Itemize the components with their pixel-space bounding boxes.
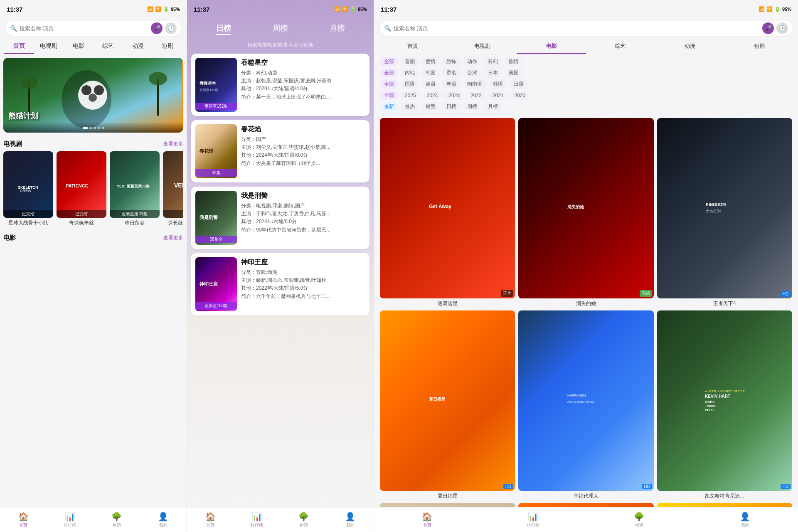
filter-lang-min[interactable]: 闽南语 (463, 79, 486, 89)
filter-lang-cantonese[interactable]: 粤语 (442, 79, 461, 89)
filter-region-us[interactable]: 美国 (505, 68, 523, 78)
filter-region-all[interactable]: 全部 (380, 68, 398, 78)
drama-section-more[interactable]: 查看更多 (163, 140, 183, 148)
signal-icon: 📶 (147, 6, 153, 12)
svg-text:YES! 更新至第03集: YES! 更新至第03集 (117, 184, 150, 188)
voice-search-btn[interactable]: 🎤 (151, 22, 163, 34)
bottom-nav-home-right[interactable]: 🏠 首页 (374, 510, 480, 530)
tab-home-left[interactable]: 首页 (4, 39, 34, 54)
profile-icon-m: 👤 (345, 512, 355, 522)
tab-drama-right[interactable]: 电视剧 (448, 39, 517, 54)
filter-sort-liked[interactable]: 最赞 (421, 102, 440, 111)
rank-tab-monthly[interactable]: 月榜 (330, 23, 345, 35)
bottom-nav-home-middle[interactable]: 🏠 首页 (187, 510, 234, 530)
filter-lang-mandarin[interactable]: 国语 (401, 79, 419, 89)
filter-region-korea[interactable]: 韩国 (421, 68, 440, 78)
drama-card-3[interactable]: YES! 更新至第03集 更新至第03集 昨日良妻 (110, 151, 160, 227)
bottom-nav-profile-right[interactable]: 👤 我的 (692, 510, 798, 530)
bottom-nav-profile-left[interactable]: 👤 我的 (140, 510, 187, 530)
movie-card-2[interactable]: 消失的她 完结 消失的她 (518, 118, 653, 307)
rank-item-3[interactable]: 我是刑警 58集全 我是刑警 分类：电视剧,罪案,剧情,国产 主演：于和伟,富大… (191, 187, 369, 249)
drama-card-1[interactable]: SKELETONCREW 已完结 星球大战骨干小队 (3, 151, 53, 227)
filter-row-year: 全部 2025 2024 2023 2022 2021 2020 (380, 91, 792, 100)
movie-card-9[interactable]: ⭐ (657, 503, 792, 507)
bottom-nav-ranking-left[interactable]: 📊 排行榜 (47, 510, 93, 530)
tab-short-right[interactable]: 短剧 (724, 39, 794, 54)
filter-genre-romance[interactable]: 爱情 (421, 57, 440, 66)
movie-card-5[interactable]: HAPPINESSArun & Documentary HD 幸福代理人 (518, 310, 653, 500)
filter-region-mainland[interactable]: 内地 (401, 68, 419, 78)
movie-card-8[interactable]: 大洋迫鱼记 Tuna Hunter 大洋迫鱼记 (518, 503, 653, 507)
movie-card-6[interactable]: A NETFLIX COMEDY SPECIAL KEVIN HART MARK… (657, 310, 792, 500)
filter-sort-newest[interactable]: 最新 (380, 102, 398, 111)
tab-variety-right[interactable]: 综艺 (586, 39, 655, 54)
rank-tab-daily[interactable]: 日榜 (216, 23, 231, 35)
filter-genre-scifi[interactable]: 科幻 (484, 57, 502, 66)
tab-movie-right[interactable]: 电影 (517, 39, 586, 54)
rank-item-4[interactable]: 神印王座 更新至153集 神印王座 分类：冒险,动漫 主演：藤新,闻么么,常蓉珊… (191, 253, 369, 315)
bottom-nav-tree-left[interactable]: 🌳 树洞 (94, 510, 140, 530)
filter-genre-horror[interactable]: 恐怖 (442, 57, 461, 66)
bottom-nav-ranking-right[interactable]: 📊 排行榜 (480, 510, 586, 530)
tab-drama-left[interactable]: 电视剧 (34, 39, 64, 54)
filter-lang-japanese[interactable]: 日语 (510, 79, 528, 89)
rank-other-2: 其他：2024年/大陆/国语/0.0分 (241, 151, 365, 159)
filter-sort-monthly[interactable]: 月榜 (484, 102, 502, 111)
movie-card-4[interactable]: 夏日福星 HD 夏日福星 (380, 310, 515, 500)
filter-sort-daily[interactable]: 日榜 (442, 102, 461, 111)
filter-sort-weekly[interactable]: 周榜 (463, 102, 481, 111)
rank-item-1[interactable]: 吞噬星空 更新至152集 更新至152集 吞噬星空 分类：科幻,动漫 主演：赵乾… (191, 54, 369, 116)
filter-year-2025[interactable]: 2025 (401, 91, 420, 100)
drama-card-4[interactable]: VERA 全2集 探长薇拉第十四季 (163, 151, 183, 227)
filter-genre-comedy[interactable]: 喜剧 (401, 57, 419, 66)
filter-lang-english[interactable]: 英语 (421, 79, 440, 89)
voice-search-btn-r[interactable]: 🎤 (762, 22, 774, 34)
tab-home-right[interactable]: 首页 (378, 39, 448, 54)
bottom-nav-ranking-middle[interactable]: 📊 排行榜 (234, 510, 280, 530)
bottom-nav-tree-middle[interactable]: 🌳 树洞 (281, 510, 327, 530)
filter-region-hk[interactable]: 香港 (442, 68, 461, 78)
tree-icon-m: 🌳 (298, 512, 309, 522)
tab-movie-left[interactable]: 电影 (64, 39, 94, 54)
filter-year-2022[interactable]: 2022 (466, 91, 486, 100)
filter-sort-hot[interactable]: 最热 (401, 102, 419, 111)
movie-card-1[interactable]: Get Away 正片 逃离这里 (380, 118, 515, 307)
movie-card-7[interactable]: 古典风景 (380, 503, 515, 507)
filter-region-japan[interactable]: 日本 (484, 68, 502, 78)
filter-genre-drama[interactable]: 剧情 (505, 57, 523, 66)
history-btn-r[interactable]: 🕐 (776, 22, 788, 34)
movie-thumb-6: A NETFLIX COMEDY SPECIAL KEVIN HART MARK… (657, 310, 792, 491)
bottom-nav-tree-right[interactable]: 🌳 树洞 (586, 510, 692, 530)
hero-banner[interactable]: 熊猫计划 (3, 58, 183, 133)
filter-year-2021[interactable]: 2021 (488, 91, 508, 100)
search-bar-right[interactable]: 🔍 🎤 🕐 (380, 21, 792, 36)
filter-year-all[interactable]: 全部 (380, 91, 398, 100)
filter-year-2024[interactable]: 2024 (423, 91, 442, 100)
filter-lang-all[interactable]: 全部 (380, 79, 398, 89)
tab-anime-right[interactable]: 动漫 (655, 39, 725, 54)
movie-section-title: 电影 (3, 234, 16, 242)
tab-anime-left[interactable]: 动漫 (123, 39, 153, 54)
filter-year-2023[interactable]: 2023 (444, 91, 464, 100)
filter-year-2020[interactable]: 2020 (510, 91, 530, 100)
movie-card-3[interactable]: KINGDOM大名行列 HD 王者天下4 (657, 118, 792, 307)
tab-short-left[interactable]: 短剧 (153, 39, 183, 54)
drama-card-2[interactable]: PATIENCE 已完结 奇探佩辛丝 (57, 151, 106, 227)
search-bar-left[interactable]: 🔍 🎤 🕐 (6, 21, 181, 36)
filter-genre-action[interactable]: 动作 (463, 57, 481, 66)
filter-region-taiwan[interactable]: 台湾 (463, 68, 481, 78)
history-btn[interactable]: 🕐 (165, 22, 177, 34)
movie-section-more[interactable]: 查看更多 (163, 234, 183, 241)
ranking-icon-r: 📊 (528, 512, 538, 522)
time-middle: 11:37 (194, 6, 209, 13)
rank-tab-weekly[interactable]: 周榜 (273, 23, 288, 35)
filter-lang-korean[interactable]: 韩语 (489, 79, 507, 89)
bottom-nav-home-left[interactable]: 🏠 首页 (0, 510, 47, 530)
filter-genre-all[interactable]: 全部 (380, 57, 398, 66)
search-input-right[interactable] (394, 25, 760, 32)
tab-variety-left[interactable]: 综艺 (94, 39, 123, 54)
bottom-nav-profile-middle[interactable]: 👤 我的 (327, 510, 374, 530)
rank-item-2[interactable]: 春花焰 32集 春花焰 分类：国产 主演：刘学义,吴谨言,毕雯珺,赵小棠,陈..… (191, 120, 369, 182)
rank-type-4: 分类：冒险,动漫 (241, 268, 365, 276)
search-input-left[interactable] (20, 25, 148, 32)
